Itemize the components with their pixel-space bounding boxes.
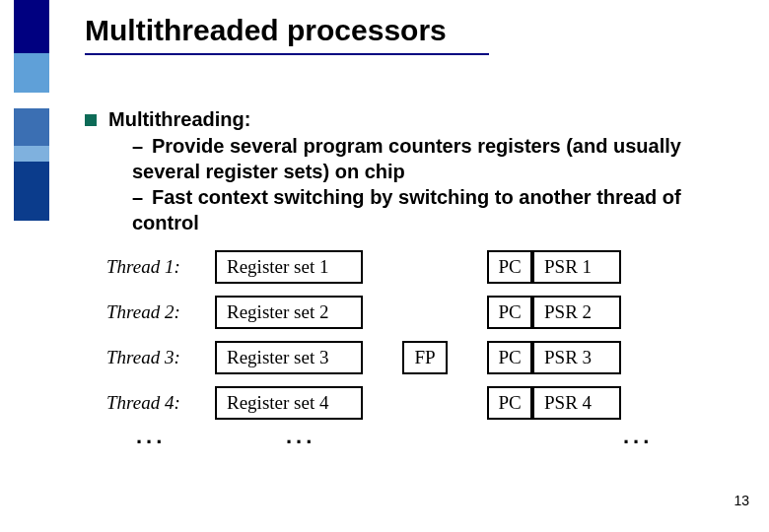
ellipsis: ... [136, 424, 245, 449]
register-set-cell: Register set 1 [215, 250, 363, 284]
thread-row: Thread 1: Register set 1 PC PSR 1 [106, 244, 737, 290]
title-underline [85, 53, 489, 55]
psr-cell: PSR 3 [532, 341, 621, 374]
register-set-cell: Register set 2 [215, 296, 363, 329]
thread-row: Thread 4: Register set 4 PC PSR 4 [106, 380, 737, 426]
register-set-cell: Register set 3 [215, 341, 363, 374]
thread-row: Thread 3: Register set 3 FP PC PSR 3 [106, 335, 737, 380]
thread-label: Thread 2: [106, 301, 215, 323]
sidebar-block [14, 162, 49, 221]
sidebar-block [14, 0, 49, 53]
thread-label: Thread 4: [106, 392, 215, 414]
ellipsis-row: ... ... ... [106, 424, 737, 449]
pc-cell: PC [487, 250, 532, 284]
bullet-heading: Multithreading: [108, 108, 716, 131]
sub-item: –Fast context switching by switching to … [132, 184, 716, 235]
threads-diagram: Thread 1: Register set 1 PC PSR 1 Thread… [106, 244, 737, 449]
ellipsis: ... [286, 424, 434, 449]
sidebar-block [14, 146, 49, 162]
psr-cell: PSR 4 [532, 386, 621, 420]
sub-item-text: Fast context switching by switching to a… [132, 186, 681, 233]
bullet-icon [85, 114, 97, 126]
pc-cell: PC [487, 341, 532, 374]
page-number: 13 [734, 493, 749, 508]
sidebar-block [14, 221, 49, 497]
pc-cell: PC [487, 386, 532, 420]
thread-label: Thread 1: [106, 256, 215, 278]
thread-label: Thread 3: [106, 347, 215, 368]
sidebar-block [14, 53, 49, 93]
register-set-cell: Register set 4 [215, 386, 363, 420]
thread-row: Thread 2: Register set 2 PC PSR 2 [106, 290, 737, 335]
psr-cell: PSR 2 [532, 296, 621, 329]
pc-cell: PC [487, 296, 532, 329]
sub-item: –Provide several program counters regist… [132, 133, 716, 184]
sub-item-text: Provide several program counters registe… [132, 135, 681, 182]
sidebar-block [14, 108, 49, 146]
psr-cell: PSR 1 [532, 250, 621, 284]
slide-title: Multithreaded processors [85, 14, 447, 47]
sidebar-block [14, 93, 49, 108]
slide-content: Multithreading: –Provide several program… [85, 108, 716, 235]
fp-cell: FP [402, 341, 448, 374]
ellipsis: ... [623, 424, 653, 449]
decorative-sidebar [14, 0, 49, 532]
